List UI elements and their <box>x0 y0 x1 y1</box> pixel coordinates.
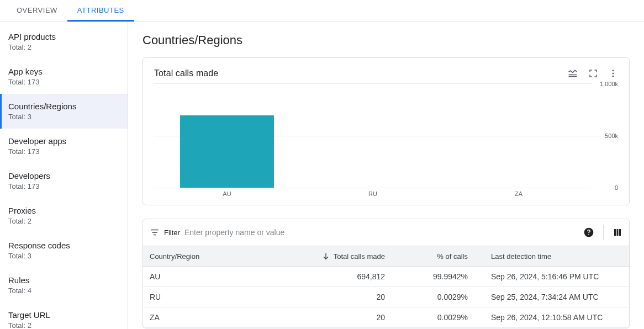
sidebar-item-total: Total: 173 <box>8 182 121 190</box>
data-table-card: Filter <box>142 219 630 328</box>
table-header-row: Country/Region Total calls made % of cal… <box>143 246 629 267</box>
cell-time: Sep 25, 2024, 7:34:24 AM UTC <box>474 287 629 307</box>
svg-rect-5 <box>151 230 159 231</box>
chart-plot: 0500k1,000k <box>154 83 592 188</box>
sidebar-item-label: Countries/Regions <box>8 102 121 111</box>
chart-xtick-label: AU <box>154 188 300 197</box>
cell-country: AU <box>143 267 287 286</box>
sidebar-item-countries-regions[interactable]: Countries/RegionsTotal: 3 <box>0 94 128 129</box>
table-row[interactable]: AU694,81299.9942%Sep 26, 2024, 5:16:46 P… <box>143 267 629 287</box>
th-country[interactable]: Country/Region <box>143 246 287 266</box>
sidebar-item-total: Total: 3 <box>8 113 121 121</box>
th-percent[interactable]: % of calls <box>392 246 474 266</box>
chart-card: Total calls made <box>142 57 630 205</box>
table-body: AU694,81299.9942%Sep 26, 2024, 5:16:46 P… <box>143 267 629 328</box>
tab-attributes[interactable]: ATTRIBUTES <box>67 0 134 22</box>
chart-xtick-label: ZA <box>446 188 592 197</box>
sidebar-item-rules[interactable]: RulesTotal: 4 <box>0 268 128 303</box>
th-total-calls-label: Total calls made <box>334 252 385 261</box>
sidebar-item-label: App keys <box>8 67 121 76</box>
chart-x-axis: AURUZA <box>154 188 592 197</box>
sidebar-item-label: Target URL <box>8 310 121 320</box>
svg-point-3 <box>613 73 614 75</box>
svg-point-2 <box>613 70 614 71</box>
columns-icon[interactable] <box>613 227 622 237</box>
sidebar-item-total: Total: 2 <box>8 321 121 329</box>
sidebar-item-total: Total: 3 <box>8 252 121 260</box>
sidebar-item-app-keys[interactable]: App keysTotal: 173 <box>0 59 128 94</box>
sidebar-item-total: Total: 2 <box>8 43 121 51</box>
filter-label: Filter <box>164 229 180 237</box>
sidebar-item-label: API products <box>8 32 121 41</box>
svg-rect-12 <box>619 229 621 236</box>
svg-rect-7 <box>154 235 156 236</box>
sidebar: API productsTotal: 2App keysTotal: 173Co… <box>0 22 128 329</box>
sidebar-item-label: Proxies <box>8 206 121 215</box>
chart-ytick-label: 0 <box>594 184 618 191</box>
svg-point-4 <box>613 76 614 77</box>
sidebar-item-api-products[interactable]: API productsTotal: 2 <box>0 24 128 59</box>
legend-toggle-icon[interactable] <box>567 68 578 79</box>
cell-calls: 20 <box>287 307 392 327</box>
chart-title: Total calls made <box>154 68 218 78</box>
tab-bar: OVERVIEW ATTRIBUTES <box>0 0 644 22</box>
sidebar-item-response-codes[interactable]: Response codesTotal: 3 <box>0 233 128 268</box>
more-vert-icon[interactable] <box>608 68 618 79</box>
sidebar-item-total: Total: 173 <box>8 78 121 86</box>
sort-desc-icon <box>321 252 330 261</box>
sidebar-item-proxies[interactable]: ProxiesTotal: 2 <box>0 198 128 233</box>
cell-pct: 99.9942% <box>392 267 474 286</box>
tab-overview[interactable]: OVERVIEW <box>7 0 67 22</box>
table-row[interactable]: ZA200.0029%Sep 26, 2024, 12:10:58 AM UTC <box>143 307 629 328</box>
chart-xtick-label: RU <box>300 188 446 197</box>
sidebar-item-target-url[interactable]: Target URLTotal: 2 <box>0 303 128 329</box>
cell-country: ZA <box>143 307 287 327</box>
cell-time: Sep 26, 2024, 12:10:58 AM UTC <box>474 307 629 327</box>
chart-ytick-label: 1,000k <box>594 81 618 87</box>
svg-rect-6 <box>152 232 157 233</box>
svg-rect-11 <box>617 229 619 236</box>
sidebar-item-total: Total: 2 <box>8 217 121 225</box>
sidebar-item-developers[interactable]: DevelopersTotal: 173 <box>0 163 128 198</box>
chart-ytick-label: 500k <box>594 132 618 139</box>
th-last-detection[interactable]: Last detection time <box>474 246 629 266</box>
sidebar-item-total: Total: 173 <box>8 147 121 156</box>
th-total-calls[interactable]: Total calls made <box>287 246 392 266</box>
cell-calls: 20 <box>287 287 392 307</box>
table-row[interactable]: RU200.0029%Sep 25, 2024, 7:34:24 AM UTC <box>143 287 629 307</box>
chart-bar-au[interactable] <box>180 115 274 188</box>
cell-country: RU <box>143 287 287 307</box>
svg-rect-10 <box>614 229 616 236</box>
sidebar-item-label: Developer apps <box>8 136 121 146</box>
fullscreen-icon[interactable] <box>588 68 598 79</box>
sidebar-item-developer-apps[interactable]: Developer appsTotal: 173 <box>0 129 128 163</box>
svg-point-9 <box>588 234 589 235</box>
sidebar-item-label: Rules <box>8 275 121 285</box>
main-content: Countries/Regions Total calls made <box>128 22 644 329</box>
sidebar-item-label: Developers <box>8 171 121 181</box>
filter-list-icon[interactable] <box>150 227 160 237</box>
help-icon[interactable] <box>583 227 594 238</box>
cell-calls: 694,812 <box>287 267 392 286</box>
filter-input[interactable] <box>184 228 583 237</box>
sidebar-item-label: Response codes <box>8 241 121 250</box>
page-title: Countries/Regions <box>142 33 630 47</box>
cell-pct: 0.0029% <box>392 287 474 307</box>
cell-time: Sep 26, 2024, 5:16:46 PM UTC <box>474 267 629 286</box>
sidebar-item-total: Total: 4 <box>8 286 121 295</box>
cell-pct: 0.0029% <box>392 307 474 327</box>
divider <box>603 225 604 240</box>
